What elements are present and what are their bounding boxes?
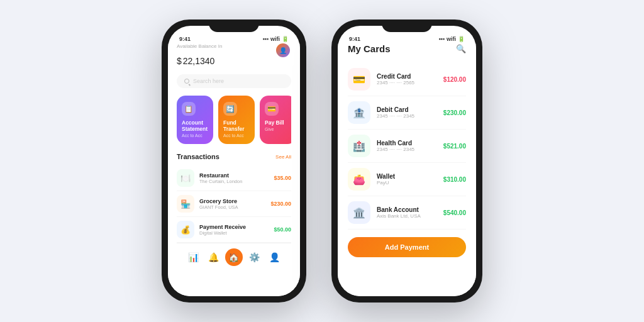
txn-payment-sub: Digital Wallet	[199, 230, 269, 236]
wallet-info: Wallet PayU	[377, 173, 437, 186]
card-credit[interactable]: 💳 Credit Card 2345 ···· ···· 2565 $120.0…	[348, 63, 466, 96]
wallet-logo: 👛	[348, 168, 370, 191]
txn-payment-amount: $50.00	[274, 226, 291, 233]
wallet-amount: $310.00	[443, 176, 466, 183]
txn-payment-info: Payment Receive Digital Wallet	[199, 224, 269, 236]
bank-logo: 🏛️	[348, 201, 370, 224]
nav-notifications[interactable]: 🔔	[205, 248, 223, 266]
health-card-name: Health Card	[377, 140, 437, 147]
phone-left-inner: 9:41 ▪▪▪ wifi 🔋 👤 Available Balance In $…	[168, 26, 300, 296]
health-card-logo: 🏥	[348, 135, 370, 157]
balance-symbol: $	[177, 56, 182, 66]
transactions-title: Transactions	[177, 153, 219, 160]
battery-icon: 🔋	[282, 36, 289, 42]
debit-card-number: 2345 ···· ···· 2345	[377, 113, 437, 119]
transactions-header: Transactions See All	[177, 153, 291, 160]
txn-grocery-amount: $230.00	[270, 201, 291, 207]
pay-bill-label: Pay Bill	[265, 119, 291, 126]
bank-amount: $540.00	[443, 209, 466, 216]
wallet-sub: PayU	[377, 180, 437, 186]
scene: 9:41 ▪▪▪ wifi 🔋 👤 Available Balance In $…	[0, 0, 644, 322]
battery-icon-right: 🔋	[458, 36, 465, 42]
debit-card-logo: 🏦	[348, 101, 370, 124]
phone-right: 9:41 ▪▪▪ wifi 🔋 My Cards 🔍 💳 Credit Card	[331, 19, 482, 303]
right-content: My Cards 🔍 💳 Credit Card 2345 ···· ···· …	[338, 43, 476, 296]
status-bar-left: 9:41 ▪▪▪ wifi 🔋	[168, 31, 300, 43]
balance: $22,1340	[177, 50, 291, 68]
debit-card-info: Debit Card 2345 ···· ···· 2345	[377, 106, 437, 119]
action-card-fund-transfer[interactable]: 🔄 Fund Transfer Acc to Acc	[218, 96, 255, 144]
credit-card-logo: 💳	[348, 68, 370, 91]
action-card-pay-bill[interactable]: 💳 Pay Bill Give	[260, 96, 291, 144]
wifi-icon: wifi	[270, 36, 280, 42]
phone-right-inner: 9:41 ▪▪▪ wifi 🔋 My Cards 🔍 💳 Credit Card	[338, 26, 476, 296]
status-icons-right: ▪▪▪ wifi 🔋	[438, 36, 465, 42]
fund-transfer-icon: 🔄	[223, 102, 237, 116]
txn-grocery-icon: 🏪	[177, 195, 194, 213]
health-card-amount: $521.00	[443, 143, 466, 150]
debit-card-amount: $230.00	[443, 109, 466, 116]
txn-restaurant-name: Restaurant	[199, 172, 269, 179]
avatar-wrap: 👤	[276, 43, 290, 57]
txn-restaurant-info: Restaurant The Curtain, London	[199, 172, 269, 184]
action-cards: 📋 Account Statement Acc to Acc 🔄 Fund Tr…	[177, 96, 291, 144]
time-right: 9:41	[349, 36, 360, 42]
txn-payment-name: Payment Receive	[199, 224, 269, 230]
notch-left	[209, 19, 259, 32]
account-statement-sub: Acc to Acc	[182, 133, 208, 138]
card-wallet[interactable]: 👛 Wallet PayU $310.00	[348, 163, 466, 196]
credit-card-number: 2345 ···· ···· 2565	[377, 80, 437, 86]
card-bank[interactable]: 🏛️ Bank Account Axis Bank Ltd, USA $540.…	[348, 196, 466, 230]
account-statement-label: Account Statement	[182, 119, 208, 132]
bottom-nav: 📊 🔔 🏠 ⚙️ 👤	[177, 243, 291, 271]
health-card-info: Health Card 2345 ···· ···· 2345	[377, 140, 437, 152]
add-payment-button[interactable]: Add Payment	[348, 237, 466, 257]
account-statement-icon: 📋	[182, 102, 196, 116]
nav-profile[interactable]: 👤	[266, 248, 284, 266]
left-content: 👤 Available Balance In $22,1340 Search h…	[168, 43, 300, 296]
fund-transfer-label: Fund Transfer	[223, 119, 250, 132]
bank-name: Bank Account	[377, 206, 437, 213]
health-card-number: 2345 ···· ···· 2345	[377, 147, 437, 152]
credit-card-amount: $120.00	[443, 76, 466, 83]
txn-payment-icon: 💰	[177, 221, 194, 238]
search-placeholder: Search here	[193, 78, 224, 84]
search-icon-right[interactable]: 🔍	[456, 44, 466, 53]
my-cards-title: My Cards	[348, 43, 391, 54]
pay-bill-icon: 💳	[265, 102, 279, 116]
txn-restaurant-icon: 🍽️	[177, 169, 194, 187]
available-label: Available Balance In	[177, 43, 291, 49]
pay-bill-sub: Give	[265, 127, 291, 131]
bank-info: Bank Account Axis Bank Ltd, USA	[377, 206, 437, 219]
card-health[interactable]: 🏥 Health Card 2345 ···· ···· 2345 $521.0…	[348, 130, 466, 163]
nav-home[interactable]: 🏠	[225, 248, 243, 266]
signal-icon-right: ▪▪▪	[438, 36, 445, 42]
credit-card-info: Credit Card 2345 ···· ···· 2565	[377, 73, 437, 86]
txn-payment: 💰 Payment Receive Digital Wallet $50.00	[177, 217, 291, 243]
phone-left: 9:41 ▪▪▪ wifi 🔋 👤 Available Balance In $…	[162, 19, 306, 303]
search-icon	[184, 79, 189, 84]
nav-dashboard[interactable]: 📊	[184, 248, 202, 266]
card-debit[interactable]: 🏦 Debit Card 2345 ···· ···· 2345 $230.00	[348, 96, 466, 130]
txn-grocery-sub: GIANT Food, USA	[199, 204, 265, 210]
action-card-account-statement[interactable]: 📋 Account Statement Acc to Acc	[177, 96, 213, 144]
time-left: 9:41	[179, 36, 191, 42]
right-header: My Cards 🔍	[348, 43, 466, 54]
avatar[interactable]: 👤	[276, 43, 290, 57]
fund-transfer-sub: Acc to Acc	[223, 133, 250, 138]
search-bar[interactable]: Search here	[177, 74, 291, 88]
see-all-button[interactable]: See All	[275, 154, 291, 160]
txn-restaurant-amount: $35.00	[274, 175, 291, 181]
status-bar-right: 9:41 ▪▪▪ wifi 🔋	[338, 31, 476, 43]
signal-icon: ▪▪▪	[262, 36, 269, 42]
status-icons-left: ▪▪▪ wifi 🔋	[262, 36, 289, 42]
notch-right	[382, 19, 432, 32]
debit-card-name: Debit Card	[377, 106, 437, 113]
nav-settings[interactable]: ⚙️	[245, 248, 263, 266]
txn-restaurant: 🍽️ Restaurant The Curtain, London $35.00	[177, 165, 291, 191]
bank-sub: Axis Bank Ltd, USA	[377, 213, 437, 219]
wifi-icon-right: wifi	[447, 36, 456, 42]
txn-grocery: 🏪 Grocery Store GIANT Food, USA $230.00	[177, 191, 291, 217]
txn-grocery-info: Grocery Store GIANT Food, USA	[199, 198, 265, 210]
credit-card-name: Credit Card	[377, 73, 437, 80]
